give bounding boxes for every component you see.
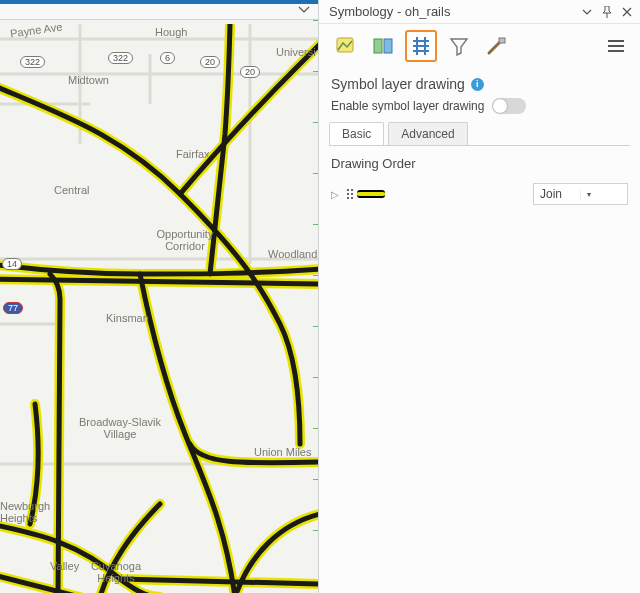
vary-by-attribute-button[interactable] [367, 30, 399, 62]
join-combo[interactable]: Join ▾ [533, 183, 628, 205]
tab-advanced[interactable]: Advanced [388, 122, 467, 145]
display-filter-button[interactable] [443, 30, 475, 62]
symbol-preview [357, 190, 385, 198]
help-icon[interactable]: i [471, 78, 484, 91]
symbology-panel: Symbology - oh_rails Symbol layer drawin… [318, 0, 640, 593]
drag-handle-icon[interactable] [345, 187, 351, 201]
svg-rect-2 [384, 39, 392, 53]
map-canvas [0, 24, 318, 593]
tab-basic[interactable]: Basic [329, 122, 384, 145]
symbol-layer-drawing-button[interactable] [405, 30, 437, 62]
enable-label: Enable symbol layer drawing [331, 99, 484, 113]
section-title: Symbol layer drawing [331, 76, 465, 92]
pin-icon[interactable] [600, 5, 614, 19]
close-icon[interactable] [620, 5, 634, 19]
primary-symbology-button[interactable] [329, 30, 361, 62]
symbol-layer-drawing-section: Symbol layer drawing i Enable symbol lay… [319, 68, 640, 122]
map-view[interactable]: Payne Ave Hough Universi Midtown Fairfax… [0, 0, 318, 593]
svg-rect-1 [374, 39, 382, 53]
advanced-options-button[interactable] [481, 30, 513, 62]
enable-toggle[interactable] [492, 98, 526, 114]
panel-title: Symbology - oh_rails [329, 4, 574, 19]
chevron-down-icon: ▾ [580, 190, 627, 199]
panel-header: Symbology - oh_rails [319, 0, 640, 24]
chevron-down-icon [298, 4, 310, 16]
drawing-order-row: ▷ Join ▾ [319, 179, 640, 209]
expand-icon[interactable]: ▷ [331, 189, 339, 200]
svg-rect-3 [499, 38, 505, 43]
drawing-order-section: Drawing Order [319, 146, 640, 179]
chevron-down-icon[interactable] [580, 5, 594, 19]
join-combo-value: Join [534, 187, 580, 201]
tab-strip: Basic Advanced [319, 122, 640, 145]
symbology-toolbar [319, 24, 640, 68]
drawing-order-title: Drawing Order [331, 156, 628, 171]
menu-button[interactable] [602, 34, 630, 58]
map-collapse-bar[interactable] [0, 0, 318, 20]
